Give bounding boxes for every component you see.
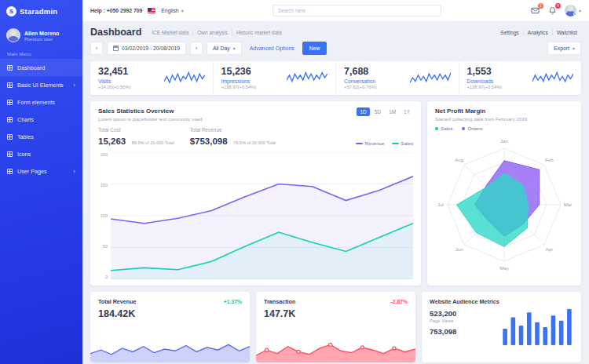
sidebar-item-form-elements[interactable]: Form elements (0, 93, 82, 111)
y-axis-labels: 200 150 100 50 0 (98, 152, 111, 279)
sidebar-item-dashboard[interactable]: Dashboard (0, 59, 82, 76)
net-profit-radar-chart: JanFebMarAprMayJunJulAug (435, 131, 573, 278)
search-input[interactable] (273, 5, 441, 16)
stat-label-link[interactable]: Impressions (221, 78, 257, 84)
date-next-button[interactable]: › (190, 42, 203, 55)
link-ice-market-data[interactable]: ICE Market data (148, 30, 192, 35)
total-revenue-note: 70.5% of 20,000 Total (233, 140, 276, 145)
sidebar-item-icons[interactable]: Icons (0, 145, 82, 162)
y-tick: 50 (98, 244, 108, 249)
revenue-legend-swatch (356, 143, 363, 144)
stat-value: 15,236 (221, 67, 257, 77)
user-menu[interactable]: ▾ (565, 5, 581, 16)
sidebar-item-charts[interactable]: Charts (0, 111, 82, 128)
chevron-right-icon: › (73, 169, 75, 174)
sidebar-item-user-pages[interactable]: User Pages › (0, 162, 82, 180)
stat-label-link[interactable]: Conversation (344, 78, 377, 84)
y-tick: 0 (98, 275, 108, 279)
sidebar: S Staradmin Allen Moreno Premium user Ma… (0, 0, 82, 364)
new-button[interactable]: New (302, 42, 327, 55)
card-title: Sales Statistics Overview (98, 107, 202, 115)
stat-change: +57.62(+0.76%) (344, 85, 377, 89)
range-1y-button[interactable]: 1Y (401, 107, 413, 116)
app-root: S Staradmin Allen Moreno Premium user Ma… (0, 0, 589, 364)
date-prev-button[interactable]: ‹ (90, 42, 103, 55)
svg-text:Aug: Aug (455, 157, 464, 162)
brand-logo[interactable]: S Staradmin (0, 0, 82, 22)
page-header: Dashboard ICE Market data Own analysis H… (90, 22, 581, 42)
delta-badge: -2.87% (390, 299, 408, 304)
card-title: Total Revenue (98, 298, 137, 305)
topbar: Help : +050 2992 709 English ▾ 1 (82, 0, 589, 22)
chevron-right-icon: › (196, 45, 198, 52)
legend-label: Sales (441, 126, 452, 131)
bottom-cards-row: Total Revenue +1.37% 184.42K Transaction… (90, 292, 581, 362)
mail-button[interactable]: 1 (530, 5, 540, 16)
stat-label-link[interactable]: Downloads (467, 78, 503, 84)
topbar-actions: 1 4 ▾ (530, 5, 581, 16)
revenue-area-chart (90, 342, 250, 362)
stat-card-conversation: 7,688 Conversation +57.62(+0.76%) (336, 61, 459, 95)
language-dropdown[interactable]: English ▾ (161, 8, 183, 13)
page-content: Dashboard ICE Market data Own analysis H… (82, 22, 589, 364)
sales-line-chart (111, 152, 413, 279)
sidebar-item-tables[interactable]: Tables (0, 128, 82, 145)
advanced-options-link[interactable]: Advanced Options (250, 46, 294, 51)
link-own-analysis[interactable]: Own analysis (192, 30, 232, 35)
sidebar-item-basic-ui-elements[interactable]: Basic UI Elements › (0, 76, 82, 93)
notifications-button[interactable]: 4 (547, 5, 558, 16)
profile-role: Premium user (24, 37, 59, 42)
chevron-down-icon: ▾ (181, 8, 184, 13)
charts-row: Sales Statistics Overview Lorem ipsum is… (90, 101, 581, 286)
stat-value: 7,688 (344, 67, 377, 77)
range-5d-button[interactable]: 5D (371, 107, 384, 116)
day-filter-label: All Day (213, 46, 230, 51)
menu-section-label: Main Menu (7, 51, 75, 56)
export-button[interactable]: Export ▾ (547, 42, 581, 55)
svg-text:Jul: Jul (437, 202, 444, 207)
range-1d-button[interactable]: 1D (357, 107, 369, 116)
date-range-picker[interactable]: 03/02/2019 - 20/08/2019 (107, 42, 186, 55)
legend-label: Revenue (365, 140, 385, 146)
chevron-right-icon: › (73, 82, 75, 88)
link-watchlist[interactable]: Watchlist (552, 30, 581, 35)
svg-text:Jan: Jan (500, 138, 509, 144)
range-1m-button[interactable]: 1M (386, 107, 399, 116)
metric-value: 184.42K (98, 308, 242, 319)
delta-badge: +1.37% (224, 299, 242, 304)
header-right-links: Settings Analytics Watchlist (496, 30, 581, 35)
card-subtitle: Started collecting data from February 20… (435, 116, 573, 122)
link-historic-market-data[interactable]: Historic market data (232, 30, 286, 35)
brand-name: Staradmin (20, 7, 57, 16)
card-title: Net Profit Margin (435, 107, 573, 115)
page-title: Dashboard (90, 27, 141, 38)
total-revenue-value: $753,098 (190, 136, 228, 146)
sales-statistics-card: Sales Statistics Overview Lorem ipsum is… (90, 101, 421, 286)
charts-icon (7, 117, 13, 122)
y-tick: 100 (98, 213, 108, 218)
stat-label-link[interactable]: Visits (98, 78, 131, 84)
net-profit-card: Net Profit Margin Started collecting dat… (427, 101, 581, 286)
page-views-value: 523,200 (430, 309, 456, 318)
total-cost-note: 89.5% of 20,000 Total (132, 140, 174, 145)
filter-toolbar: ‹ 03/02/2019 - 20/08/2019 › All Day ▾ Ad… (90, 42, 581, 55)
calendar-icon (113, 46, 119, 51)
date-range-label: 03/02/2019 - 20/08/2019 (122, 46, 180, 51)
notification-badge: 4 (555, 3, 561, 9)
day-filter-dropdown[interactable]: All Day ▾ (207, 42, 242, 55)
svg-text:May: May (499, 265, 510, 271)
main-area: Help : +050 2992 709 English ▾ 1 (82, 0, 589, 364)
chevron-down-icon: ▾ (579, 8, 581, 13)
conversation-sparkline (410, 71, 451, 86)
sidebar-profile[interactable]: Allen Moreno Premium user (6, 28, 76, 42)
visits-sparkline (164, 71, 205, 86)
tables-icon (7, 134, 13, 140)
stat-card-impressions: 15,236 Impressions +138.97(+0.54%) (214, 61, 337, 95)
link-analytics[interactable]: Analytics (523, 30, 552, 35)
chevron-down-icon: ▾ (573, 46, 575, 51)
stat-value: 32,451 (98, 67, 131, 77)
downloads-sparkline (532, 71, 573, 86)
y-tick: 150 (98, 183, 108, 187)
link-settings[interactable]: Settings (496, 30, 523, 35)
total-revenue-card: Total Revenue +1.37% 184.42K (90, 292, 250, 362)
